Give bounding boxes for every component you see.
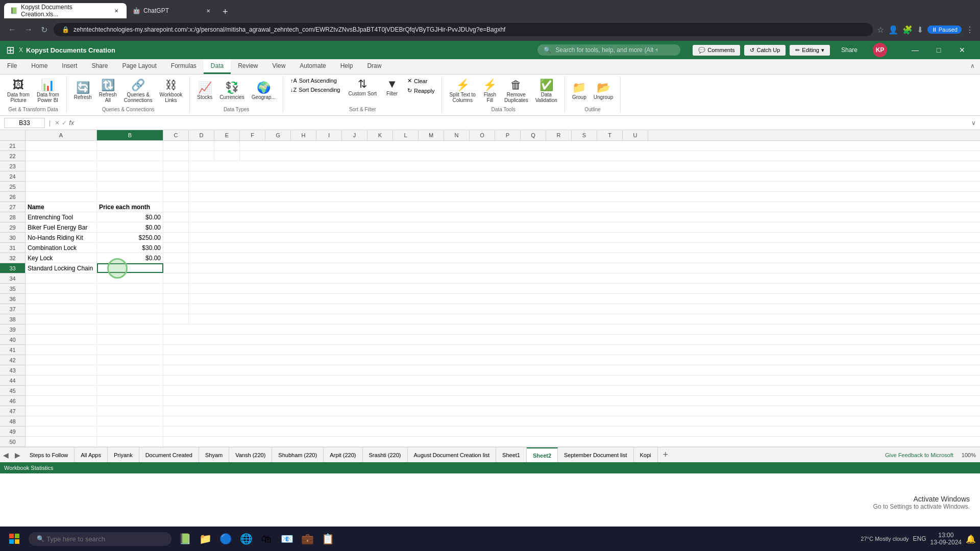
- sheet-nav-right[interactable]: ▶: [12, 451, 23, 459]
- sheet-tab-september[interactable]: September Document list: [558, 447, 634, 462]
- cell-a28[interactable]: Entrenching Tool: [26, 212, 97, 222]
- close-button[interactable]: ✕: [950, 43, 974, 57]
- sheet-tab-all-apps[interactable]: All Apps: [75, 447, 108, 462]
- catch-up-button[interactable]: ↺ Catch Up: [744, 45, 786, 56]
- feedback-link[interactable]: Give Feedback to Microsoft: [885, 452, 953, 458]
- browser-tab-chatgpt[interactable]: 🤖 ChatGPT ✕: [127, 3, 218, 18]
- col-header-f[interactable]: F: [240, 130, 265, 140]
- refresh-button[interactable]: 🔄 Refresh: [71, 80, 95, 102]
- col-header-g[interactable]: G: [265, 130, 291, 140]
- cell-a21[interactable]: [26, 141, 97, 151]
- sort-descending-button[interactable]: ↓Z Sort Descending: [287, 86, 344, 94]
- col-header-h[interactable]: H: [291, 130, 316, 140]
- ribbon-tab-insert[interactable]: Insert: [55, 59, 84, 74]
- workbook-links-button[interactable]: ⛓ WorkbookLinks: [156, 78, 185, 105]
- col-header-n[interactable]: N: [444, 130, 470, 140]
- tab-chatgpt-close[interactable]: ✕: [204, 7, 212, 15]
- col-header-t[interactable]: T: [597, 130, 623, 140]
- clear-button[interactable]: ✕ Clear: [404, 77, 437, 85]
- taskbar-chrome-icon[interactable]: 🔵: [216, 530, 235, 548]
- col-header-a[interactable]: A: [26, 130, 97, 140]
- split-text-columns-button[interactable]: ⚡ Split Text toColumns: [446, 78, 479, 105]
- minimize-button[interactable]: —: [903, 43, 927, 57]
- sheet-tab-sheet2[interactable]: Sheet2: [527, 447, 558, 462]
- geography-button[interactable]: 🌍 Geograp...: [249, 80, 279, 102]
- col-header-u[interactable]: U: [623, 130, 648, 140]
- menu-icon[interactable]: ⋮: [966, 25, 974, 35]
- formula-bar-collapse-icon[interactable]: ∨: [971, 119, 976, 127]
- sheet-tab-steps[interactable]: Steps to Follow: [23, 447, 75, 462]
- ribbon-tab-draw[interactable]: Draw: [360, 59, 388, 74]
- formula-input[interactable]: [76, 118, 969, 128]
- col-header-m[interactable]: M: [419, 130, 444, 140]
- taskbar-excel-icon[interactable]: 📗: [176, 530, 194, 548]
- sheet-tab-document-created[interactable]: Document Created: [139, 447, 199, 462]
- cell-b29[interactable]: $0.00: [97, 222, 163, 232]
- cell-b28[interactable]: $0.00: [97, 212, 163, 222]
- ribbon-tab-help[interactable]: Help: [333, 59, 360, 74]
- nav-forward-button[interactable]: →: [22, 23, 35, 36]
- ribbon-tab-automate[interactable]: Automate: [292, 59, 333, 74]
- ribbon-tab-review[interactable]: Review: [231, 59, 265, 74]
- ungroup-button[interactable]: 📂 Ungroup: [591, 80, 616, 102]
- nav-back-button[interactable]: ←: [6, 23, 18, 36]
- taskbar-store-icon[interactable]: 🛍: [257, 530, 276, 548]
- notification-icon[interactable]: 🔔: [966, 534, 976, 544]
- data-validation-button[interactable]: ✅ DataValidation: [532, 78, 560, 105]
- tab-excel-close[interactable]: ✕: [112, 7, 120, 15]
- remove-duplicates-button[interactable]: 🗑 RemoveDuplicates: [501, 78, 531, 105]
- data-from-power-bi-button[interactable]: 📊 Data fromPower BI: [34, 78, 62, 105]
- cell-a31[interactable]: Combination Lock: [26, 243, 97, 253]
- taskbar-search-bar[interactable]: 🔍: [29, 532, 172, 546]
- cell-reference-box[interactable]: [4, 118, 45, 128]
- ribbon-tab-view[interactable]: View: [265, 59, 293, 74]
- editing-button[interactable]: ✏ Editing ▾: [790, 45, 830, 56]
- taskbar-edge-icon[interactable]: 🌐: [237, 530, 255, 548]
- taskbar-mail-icon[interactable]: 📧: [278, 530, 296, 548]
- data-from-picture-button[interactable]: 🖼 Data fromPicture: [4, 78, 33, 105]
- formula-cancel-icon[interactable]: ✕: [55, 119, 60, 127]
- maximize-button[interactable]: □: [927, 43, 950, 57]
- ribbon-collapse-icon[interactable]: ∧: [965, 59, 980, 74]
- excel-search-input[interactable]: [555, 46, 657, 54]
- stocks-button[interactable]: 📈 Stocks: [194, 80, 215, 102]
- ribbon-tab-data[interactable]: Data: [204, 59, 231, 74]
- sheet-nav-left[interactable]: ◀: [0, 451, 12, 459]
- cell-b31[interactable]: $30.00: [97, 243, 163, 253]
- col-header-o[interactable]: O: [470, 130, 495, 140]
- col-header-b[interactable]: B: [97, 130, 163, 140]
- ribbon-tab-formulas[interactable]: Formulas: [164, 59, 204, 74]
- browser-tab-excel[interactable]: 📗 Kopyst Documents Creation.xls... ✕: [4, 3, 127, 18]
- sheet-tab-priyank[interactable]: Priyank: [108, 447, 139, 462]
- taskbar-search-input[interactable]: [46, 535, 149, 543]
- cell-a33[interactable]: Standard Locking Chain: [26, 263, 97, 273]
- taskbar-file-explorer-icon[interactable]: 📁: [196, 530, 214, 548]
- cell-a29[interactable]: Biker Fuel Energy Bar: [26, 222, 97, 232]
- sheet-tab-vansh[interactable]: Vansh (220): [229, 447, 272, 462]
- cell-a30[interactable]: No-Hands Riding Kit: [26, 233, 97, 242]
- user-avatar[interactable]: KP: [873, 43, 887, 57]
- profile-icon[interactable]: 👤: [888, 25, 898, 35]
- refresh-all-button[interactable]: 🔃 RefreshAll: [96, 78, 120, 105]
- workbook-statistics-label[interactable]: Workbook Statistics: [4, 465, 53, 471]
- cell-a27[interactable]: Name: [26, 202, 97, 212]
- extensions-icon[interactable]: 🧩: [902, 25, 913, 35]
- cell-b27[interactable]: Price each month: [97, 202, 163, 212]
- col-header-k[interactable]: K: [368, 130, 393, 140]
- flash-fill-button[interactable]: ⚡ FlashFill: [480, 78, 500, 105]
- ribbon-tab-page-layout[interactable]: Page Layout: [115, 59, 163, 74]
- share-button[interactable]: Share: [834, 44, 865, 56]
- cell-a32[interactable]: Key Lock: [26, 253, 97, 263]
- download-icon[interactable]: ⬇: [917, 25, 923, 35]
- bookmark-icon[interactable]: ☆: [877, 25, 884, 35]
- sheet-tab-sheet1[interactable]: Sheet1: [496, 447, 527, 462]
- col-header-e[interactable]: E: [214, 130, 240, 140]
- custom-sort-button[interactable]: ⇅ Custom Sort: [345, 77, 380, 98]
- excel-search[interactable]: 🔍: [537, 44, 680, 56]
- ribbon-tab-file[interactable]: File: [0, 59, 24, 74]
- col-header-i[interactable]: I: [316, 130, 342, 140]
- col-header-q[interactable]: Q: [521, 130, 546, 140]
- cell-b21[interactable]: [97, 141, 163, 151]
- nav-reload-button[interactable]: ↻: [39, 23, 50, 37]
- col-header-d[interactable]: D: [189, 130, 214, 140]
